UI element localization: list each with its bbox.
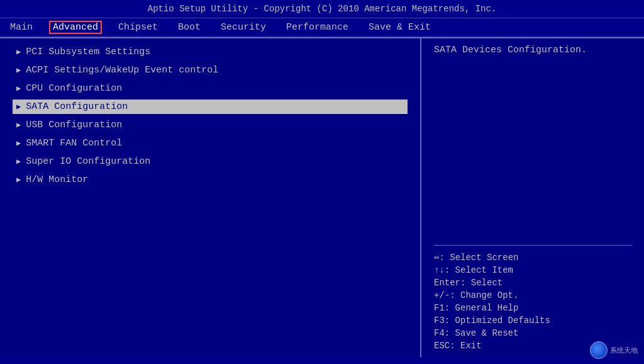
arrow-icon-hw: ▶ xyxy=(16,175,21,185)
entry-label-pci: PCI Subsystem Settings xyxy=(26,47,150,57)
key-hint-enter_select: Enter: Select xyxy=(434,278,631,288)
watermark-text: 系统天地 xyxy=(610,346,638,355)
help-text: SATA Devices Configuration. xyxy=(434,45,631,55)
title-text: Aptio Setup Utility - Copyright (C) 2010… xyxy=(148,4,497,14)
title-bar: Aptio Setup Utility - Copyright (C) 2010… xyxy=(0,0,644,18)
menu-entry-sata[interactable]: ▶SATA Configuration xyxy=(13,100,408,114)
menu-item-chipset[interactable]: Chipset xyxy=(114,21,162,34)
menu-entry-hw[interactable]: ▶H/W Monitor xyxy=(13,173,408,187)
menu-entry-usb[interactable]: ▶USB Configuration xyxy=(13,118,408,132)
entry-label-acpi: ACPI Settings/WakeUp Event control xyxy=(26,65,218,76)
menu-item-boot[interactable]: Boot xyxy=(174,21,204,34)
entry-label-usb: USB Configuration xyxy=(26,120,122,130)
menu-entry-pci[interactable]: ▶PCI Subsystem Settings xyxy=(13,45,408,59)
key-hint-select_screen: ⇔: Select Screen xyxy=(434,252,631,263)
menu-entry-acpi[interactable]: ▶ACPI Settings/WakeUp Event control xyxy=(13,63,408,77)
key-hint-change_opt: +/-: Change Opt. xyxy=(434,290,631,300)
watermark-globe xyxy=(590,341,608,359)
divider-line xyxy=(434,245,631,246)
key-hint-select_item: ↑↓: Select Item xyxy=(434,265,631,275)
watermark: 系统天地 xyxy=(590,341,638,359)
arrow-icon-acpi: ▶ xyxy=(16,65,21,75)
key-hint-optimized: F3: Optimized Defaults xyxy=(434,316,631,326)
menu-entry-super_io[interactable]: ▶Super IO Configuration xyxy=(13,154,408,169)
arrow-icon-cpu: ▶ xyxy=(16,84,21,93)
entry-label-sata: SATA Configuration xyxy=(26,101,128,112)
menu-item-advanced[interactable]: Advanced xyxy=(49,21,102,34)
menu-item-security[interactable]: Security xyxy=(217,21,270,34)
menu-bar: MainAdvancedChipsetBootSecurityPerforman… xyxy=(0,18,644,37)
menu-entry-cpu[interactable]: ▶CPU Configuration xyxy=(13,81,408,96)
arrow-icon-super_io: ▶ xyxy=(16,157,21,166)
left-panel: ▶PCI Subsystem Settings▶ACPI Settings/Wa… xyxy=(0,38,421,357)
key-hint-save_reset: F4: Save & Reset xyxy=(434,328,631,338)
key-hint-general_help: F1: General Help xyxy=(434,303,631,313)
right-panel: SATA Devices Configuration. ⇔: Select Sc… xyxy=(421,38,644,357)
arrow-icon-smart: ▶ xyxy=(16,139,21,148)
arrow-icon-sata: ▶ xyxy=(16,102,21,111)
menu-item-save_exit[interactable]: Save & Exit xyxy=(365,21,435,34)
entry-label-hw: H/W Monitor xyxy=(26,174,88,185)
entry-label-super_io: Super IO Configuration xyxy=(26,156,150,167)
menu-entry-smart[interactable]: ▶SMART FAN Control xyxy=(13,136,408,151)
menu-item-performance[interactable]: Performance xyxy=(282,21,352,34)
main-content: ▶PCI Subsystem Settings▶ACPI Settings/Wa… xyxy=(0,37,644,357)
entry-label-smart: SMART FAN Control xyxy=(26,138,122,149)
arrow-icon-pci: ▶ xyxy=(16,47,21,57)
menu-item-main[interactable]: Main xyxy=(6,21,36,34)
key-hints: ⇔: Select Screen↑↓: Select ItemEnter: Se… xyxy=(434,252,631,351)
arrow-icon-usb: ▶ xyxy=(16,120,21,130)
entry-label-cpu: CPU Configuration xyxy=(26,83,122,94)
